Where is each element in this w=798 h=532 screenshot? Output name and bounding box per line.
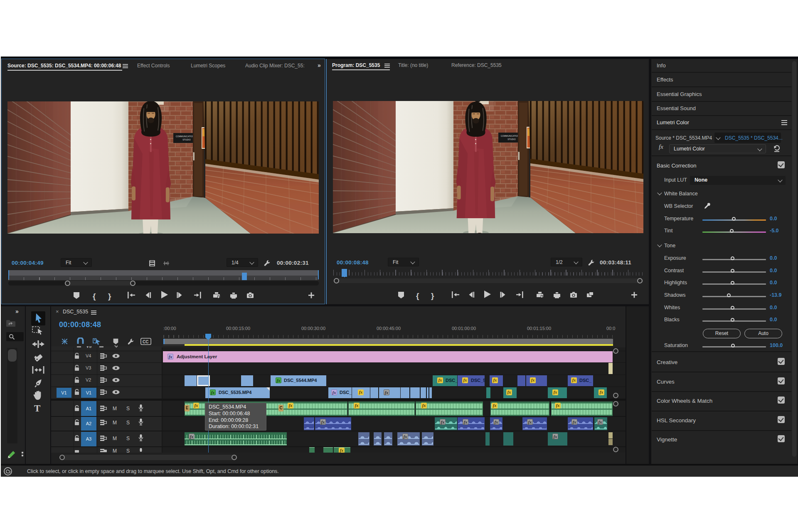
svg-text:CC: CC: [143, 340, 148, 344]
svg-text:}: }: [431, 291, 434, 300]
svg-text:}: }: [108, 292, 111, 300]
svg-text:{: {: [416, 291, 419, 300]
svg-text:STUDIO: STUDIO: [182, 138, 191, 141]
svg-text:COMMUNICATION: COMMUNICATION: [176, 135, 195, 138]
svg-text:{: {: [93, 292, 96, 300]
